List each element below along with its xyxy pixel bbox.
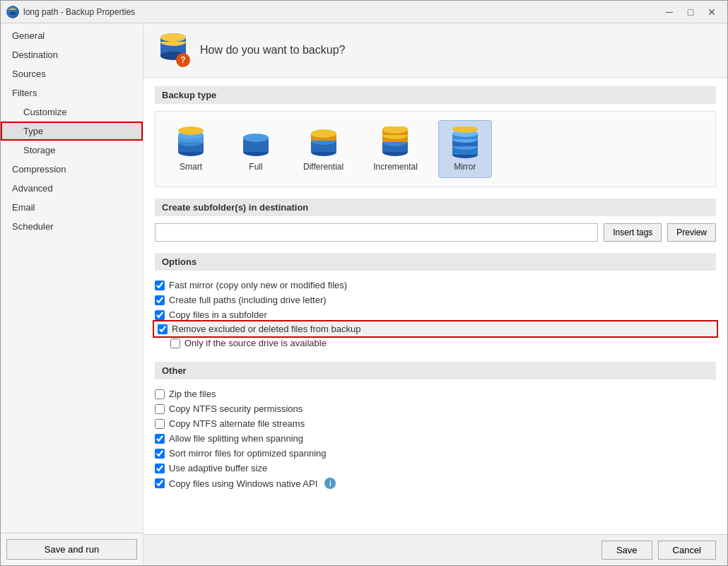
insert-tags-button[interactable]: Insert tags: [604, 223, 662, 242]
zip-files-checkbox[interactable]: [155, 389, 165, 399]
allow-file-splitting-checkbox[interactable]: [155, 434, 165, 444]
remove-excluded-label[interactable]: Remove excluded or deleted files from ba…: [172, 324, 360, 334]
content-body: Backup type Sma: [143, 78, 727, 534]
backup-type-differential[interactable]: Differential: [294, 120, 353, 178]
incremental-icon: [377, 126, 413, 159]
option-only-source-drive: Only if the source drive is available: [170, 336, 716, 350]
svg-text:?: ?: [180, 55, 185, 65]
sidebar-item-destination[interactable]: Destination: [1, 45, 143, 64]
fast-mirror-checkbox[interactable]: [155, 281, 165, 290]
options-header: Options: [155, 253, 716, 271]
info-icon[interactable]: i: [324, 478, 336, 489]
content-footer: Save Cancel: [143, 534, 727, 565]
option-remove-excluded: Remove excluded or deleted files from ba…: [155, 322, 716, 336]
only-source-drive-checkbox[interactable]: [170, 338, 180, 348]
copy-ntfs-alternate-checkbox[interactable]: [155, 419, 165, 429]
full-paths-checkbox[interactable]: [155, 295, 165, 305]
sidebar-item-compression[interactable]: Compression: [1, 160, 143, 179]
app-icon: [6, 6, 19, 18]
titlebar: long path - Backup Properties ─ □ ✕: [1, 1, 727, 23]
differential-icon: [306, 126, 341, 159]
copy-windows-api-checkbox[interactable]: [155, 478, 165, 488]
save-run-button[interactable]: Save and run: [6, 539, 137, 560]
sidebar-item-customize[interactable]: Customize: [1, 102, 143, 122]
backup-icon: ?: [155, 32, 192, 69]
option-copy-ntfs-security: Copy NTFS security permissions: [155, 401, 716, 416]
subfolder-row: Insert tags Preview: [155, 223, 716, 242]
backup-types-container: Smart Full: [155, 111, 716, 187]
sidebar-item-email[interactable]: Email: [1, 198, 143, 217]
fast-mirror-label[interactable]: Fast mirror (copy only new or modified f…: [169, 280, 347, 290]
allow-file-splitting-label[interactable]: Allow file splitting when spanning: [169, 433, 303, 444]
full-label: Full: [249, 162, 262, 172]
svg-point-20: [243, 134, 269, 142]
cancel-button[interactable]: Cancel: [658, 541, 716, 560]
full-icon: [238, 126, 274, 159]
option-fast-mirror: Fast mirror (copy only new or modified f…: [155, 278, 716, 293]
copy-subfolder-label[interactable]: Copy files in a subfolder: [169, 309, 267, 320]
options-section: Options Fast mirror (copy only new or mo…: [155, 253, 716, 350]
sort-mirror-files-checkbox[interactable]: [155, 449, 165, 459]
header-icon-container: ?: [155, 32, 192, 69]
sort-mirror-files-label[interactable]: Sort mirror files for optimized spanning: [169, 448, 327, 459]
preview-button[interactable]: Preview: [667, 223, 716, 242]
option-allow-file-splitting: Allow file splitting when spanning: [155, 431, 716, 446]
incremental-label: Incremental: [373, 162, 418, 172]
sidebar-nav: General Destination Sources Filters Cust…: [1, 23, 143, 533]
backup-type-section: Backup type Sma: [155, 86, 716, 187]
subfolder-section: Create subfolder(s) in destination Inser…: [155, 199, 716, 242]
copy-ntfs-security-label[interactable]: Copy NTFS security permissions: [169, 403, 303, 414]
backup-type-full[interactable]: Full: [229, 120, 283, 178]
option-copy-subfolder: Copy files in a subfolder: [155, 307, 716, 322]
main-window: long path - Backup Properties ─ □ ✕ Gene…: [0, 0, 728, 566]
adaptive-buffer-label[interactable]: Use adaptive buffer size: [169, 463, 267, 473]
option-full-paths: Create full paths (including drive lette…: [155, 293, 716, 307]
differential-label: Differential: [303, 162, 344, 172]
sidebar-item-filters[interactable]: Filters: [1, 83, 143, 102]
copy-windows-api-label[interactable]: Copy files using Windows native API: [169, 478, 317, 489]
smart-label: Smart: [180, 162, 202, 172]
sidebar-item-storage[interactable]: Storage: [1, 141, 143, 160]
page-title: How do you want to backup?: [200, 44, 345, 57]
svg-point-2: [9, 12, 16, 15]
option-sort-mirror-files: Sort mirror files for optimized spanning: [155, 446, 716, 461]
backup-type-smart[interactable]: Smart: [164, 120, 218, 178]
svg-point-17: [178, 126, 204, 135]
option-adaptive-buffer: Use adaptive buffer size: [155, 461, 716, 476]
other-section: Other Zip the files Copy NTFS security p…: [155, 362, 716, 491]
zip-files-label[interactable]: Zip the files: [169, 389, 216, 399]
svg-point-25: [311, 129, 336, 138]
save-button[interactable]: Save: [601, 541, 652, 560]
sidebar-item-type[interactable]: Type: [1, 122, 143, 141]
subfolder-header: Create subfolder(s) in destination: [155, 199, 716, 216]
sidebar-footer: Save and run: [1, 533, 143, 565]
backup-type-mirror[interactable]: Mirror: [438, 120, 492, 178]
maximize-button[interactable]: □: [681, 4, 700, 20]
copy-subfolder-checkbox[interactable]: [155, 310, 165, 320]
window-controls: ─ □ ✕: [659, 4, 722, 20]
option-copy-windows-api: Copy files using Windows native API i: [155, 476, 716, 491]
svg-point-9: [160, 33, 186, 42]
adaptive-buffer-checkbox[interactable]: [155, 464, 165, 473]
close-button[interactable]: ✕: [702, 4, 722, 20]
backup-type-header: Backup type: [155, 86, 716, 104]
option-copy-ntfs-alternate: Copy NTFS alternate file streams: [155, 416, 716, 431]
sidebar-item-scheduler[interactable]: Scheduler: [1, 217, 143, 236]
only-source-drive-label[interactable]: Only if the source drive is available: [184, 338, 327, 348]
sidebar-item-advanced[interactable]: Advanced: [1, 179, 143, 198]
window-title: long path - Backup Properties: [23, 7, 659, 17]
sidebar-item-general[interactable]: General: [1, 26, 143, 45]
content-area: ? How do you want to backup? Backup type: [143, 23, 727, 565]
backup-type-incremental[interactable]: Incremental: [364, 120, 427, 178]
minimize-button[interactable]: ─: [659, 4, 679, 20]
sidebar-item-sources[interactable]: Sources: [1, 64, 143, 83]
mirror-label: Mirror: [454, 162, 476, 172]
copy-ntfs-security-checkbox[interactable]: [155, 404, 165, 414]
main-area: General Destination Sources Filters Cust…: [1, 23, 727, 565]
full-paths-label[interactable]: Create full paths (including drive lette…: [169, 295, 327, 305]
other-header: Other: [155, 362, 716, 379]
copy-ntfs-alternate-label[interactable]: Copy NTFS alternate file streams: [169, 418, 305, 429]
sidebar: General Destination Sources Filters Cust…: [1, 23, 143, 565]
subfolder-input[interactable]: [155, 223, 598, 242]
remove-excluded-checkbox[interactable]: [158, 324, 168, 334]
